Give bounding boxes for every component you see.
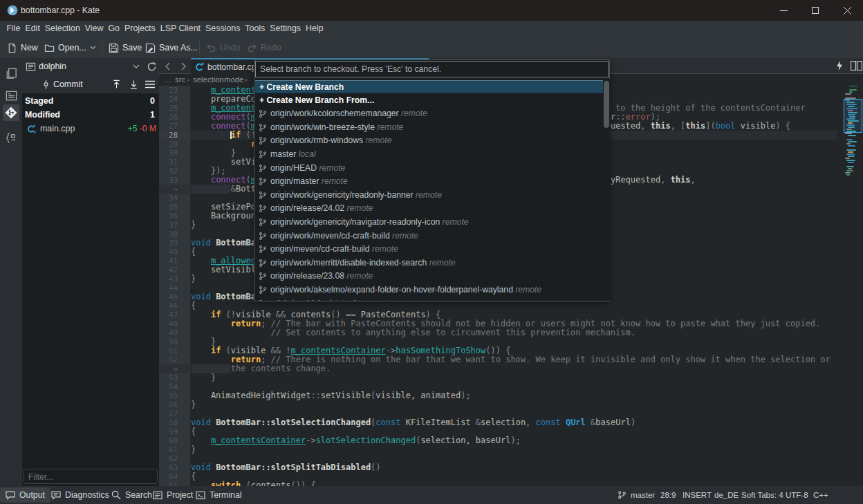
redo-button[interactable]: Redo (247, 39, 281, 56)
nav-forward-button[interactable] (178, 61, 189, 72)
changed-file-row[interactable]: main.cpp +5 -0 M (22, 122, 159, 136)
maximize-button[interactable] (799, 0, 831, 21)
commit-button[interactable]: Commit (53, 80, 83, 89)
branch-icon (259, 204, 267, 213)
filesystem-tool-button[interactable] (3, 87, 19, 104)
code-line: } (191, 445, 196, 454)
git-tool-button[interactable] (3, 104, 19, 121)
branch-scope-tag: remote (390, 231, 418, 241)
split-view-icon[interactable] (851, 61, 862, 71)
line-number: 46 (159, 301, 189, 310)
branch-scope-tag: remote (344, 203, 373, 213)
terminal-view-button[interactable]: Terminal (190, 486, 247, 504)
line-number: 40 (159, 248, 189, 256)
line-number: 44 (159, 283, 189, 292)
branch-item[interactable]: origin/work/akselmo/expand-folder-on-hov… (255, 283, 603, 297)
minimap-viewport[interactable] (844, 99, 862, 133)
git-project-row[interactable]: dolphin (22, 58, 159, 75)
save-button[interactable]: Save (109, 39, 142, 56)
branch-item[interactable]: origin/work/merritt/disable-indexed-sear… (255, 256, 603, 270)
indent-status[interactable]: Soft Tabs: 4 (741, 486, 783, 504)
branch-scope-tag: remote (344, 271, 373, 281)
dictionary-status[interactable]: de_DE (714, 486, 739, 504)
git-menu-icon (145, 80, 155, 88)
new-button[interactable]: New (7, 39, 38, 56)
branch-item[interactable]: origin/work/genericity/navigator-readonl… (255, 216, 603, 229)
cursor-position-status[interactable]: 28:9 (660, 486, 676, 504)
modified-count: 1 (150, 110, 155, 120)
branch-item[interactable]: origin/work/kcolorschememanager remote (255, 107, 603, 120)
nav-back-button[interactable] (163, 61, 174, 72)
undo-button[interactable]: Undo (206, 39, 241, 56)
line-number: 27 (159, 122, 189, 131)
menu-sessions[interactable]: Sessions (203, 21, 243, 37)
diagnostics-view-button[interactable]: Diagnostics (46, 486, 115, 504)
menu-view[interactable]: View (82, 21, 106, 37)
code-line: switch (contents()) { (191, 481, 316, 486)
breadcrumb-ellipsis[interactable]: … (163, 75, 171, 84)
branch-item[interactable]: + Create New Branch (255, 80, 603, 93)
line-number: 36 (159, 212, 189, 221)
branch-item[interactable]: origin/work/meven/cd-craft-build remote (255, 230, 603, 243)
branch-item[interactable]: master local (255, 148, 603, 161)
close-button[interactable] (831, 0, 863, 21)
branch-list-scrollbar[interactable] (603, 79, 610, 301)
wrap-marker: ↪ (159, 185, 189, 194)
minimize-button[interactable] (768, 0, 799, 21)
output-view-button[interactable]: Output (0, 487, 50, 503)
menu-file[interactable]: File (4, 21, 23, 37)
modified-row[interactable]: Modified 1 (22, 108, 159, 122)
symbols-tool-button[interactable] (3, 129, 19, 146)
minimap-line (845, 133, 852, 134)
open-button[interactable]: Open... (44, 39, 96, 56)
minimap-line (846, 153, 855, 155)
minimap-line (845, 158, 850, 159)
branch-item[interactable]: origin/meven/cd-craft-build remote (255, 243, 603, 256)
breadcrumb-selectionmode[interactable]: selectionmode (193, 75, 243, 84)
branch-item[interactable]: origin/work/alex/statusbar remote (255, 297, 603, 301)
code-line: } (191, 274, 196, 283)
menu-selection[interactable]: Selection (42, 21, 82, 37)
menu-go[interactable]: Go (106, 21, 122, 37)
line-number: 38 (159, 230, 189, 239)
save-as-icon (145, 43, 156, 53)
git-filter-input[interactable]: Filter... (24, 469, 158, 484)
staged-row[interactable]: Staged 0 (22, 94, 159, 108)
encoding-status[interactable]: UTF-8 (786, 486, 808, 504)
minimap-line (846, 139, 853, 140)
branch-item[interactable]: origin/release/23.08 remote (255, 270, 603, 283)
project-view-icon (153, 491, 163, 500)
line-number: 60 (159, 436, 189, 445)
branch-status[interactable]: master (618, 486, 655, 504)
branch-item[interactable]: origin/work/genericity/readonly-banner r… (255, 189, 603, 202)
branch-item[interactable]: + Create New Branch From... (255, 94, 603, 107)
branch-item[interactable]: origin/HEAD remote (255, 162, 603, 175)
code-line: m_contentsContainer->slotSelectionChange… (191, 436, 521, 445)
syntax-status[interactable]: C++ (813, 486, 828, 504)
lsp-actions-icon[interactable] (835, 60, 844, 71)
menu-settings[interactable]: Settings (268, 21, 304, 37)
minimap[interactable] (837, 86, 863, 486)
menu-tools[interactable]: Tools (243, 21, 268, 37)
branch-search-input[interactable]: Select branch to checkout. Press 'Esc' t… (255, 61, 609, 77)
line-number: 57 (159, 409, 189, 418)
branch-item[interactable]: origin/release/24.02 remote (255, 202, 603, 215)
line-number: 26 (159, 113, 189, 122)
branch-list-scroll-thumb[interactable] (604, 81, 609, 128)
save-as-button[interactable]: Save As... (145, 39, 198, 56)
breadcrumb-src[interactable]: src (175, 75, 185, 84)
menu-lsp-client[interactable]: LSP Client (158, 21, 203, 37)
branch-item[interactable]: origin/work/rmb-windows remote (255, 134, 603, 147)
menu-projects[interactable]: Projects (122, 21, 158, 37)
line-number: 25 (159, 104, 189, 113)
branch-label: origin/HEAD remote (270, 163, 345, 173)
menu-help[interactable]: Help (304, 21, 326, 37)
input-mode-status[interactable]: INSERT (683, 486, 712, 504)
branch-icon (259, 245, 267, 254)
menu-edit[interactable]: Edit (23, 21, 42, 37)
branch-item[interactable]: origin/master remote (255, 175, 603, 188)
branch-item[interactable]: origin/work/win-breeze-style remote (255, 121, 603, 134)
minimap-line (848, 162, 854, 163)
documents-tool-button[interactable] (3, 65, 19, 82)
minimap-line (849, 91, 853, 93)
